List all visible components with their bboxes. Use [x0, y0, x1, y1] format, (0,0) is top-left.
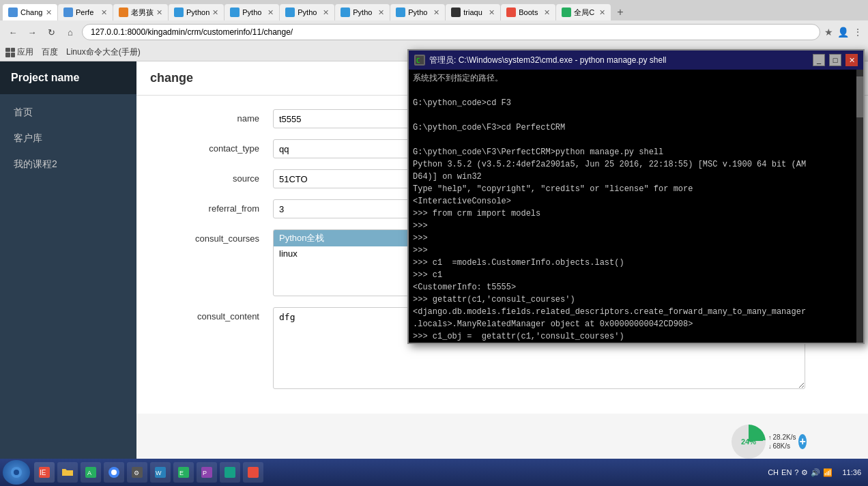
back-button[interactable]: ← [5, 25, 20, 40]
account-icon[interactable]: 👤 [837, 27, 849, 38]
tab-python2[interactable]: Pytho ✕ [225, 4, 279, 20]
network-speeds: ↑ 28.2K/s ↓ 68K/s [768, 433, 796, 450]
reload-button[interactable]: ↻ [44, 25, 59, 40]
svg-text:P: P [203, 470, 207, 476]
svg-text:C: C [416, 57, 420, 64]
tab-close-icon[interactable]: ✕ [378, 8, 384, 17]
tab-python3[interactable]: Pytho ✕ [280, 4, 334, 20]
label-consult-content: consult_content [150, 307, 273, 321]
bookmark-star-icon[interactable]: ★ [824, 27, 833, 38]
systray-icon2: 🔊 [811, 468, 820, 477]
address-input[interactable] [82, 24, 820, 40]
tab-close-icon[interactable]: ✕ [156, 8, 162, 17]
tab-python5[interactable]: Pytho ✕ [390, 4, 445, 20]
sidebar-item-label: 首页 [14, 106, 33, 117]
taskbar-icon-word[interactable]: W [150, 462, 171, 483]
tab-github[interactable]: triaqu ✕ [446, 4, 500, 20]
cmd-window-icon: C [414, 55, 425, 66]
systray-icon1: ⚙ [801, 468, 808, 477]
tab-perfe[interactable]: Perfe ✕ [58, 4, 113, 20]
sidebar-item-customers[interactable]: 客户库 [0, 126, 136, 152]
sidebar-nav: 首页 客户库 我的课程2 [0, 94, 136, 183]
tab-bootstrap[interactable]: Boots ✕ [501, 4, 555, 20]
upload-arrow-icon: ↑ [768, 434, 772, 441]
sidebar: Project name 首页 客户库 我的课程2 [0, 61, 136, 467]
tab-close-icon[interactable]: ✕ [212, 8, 218, 17]
tab-python1[interactable]: Python ✕ [169, 4, 224, 20]
tab-bar: Chang ✕ Perfe ✕ 老男孩 ✕ Python ✕ Pytho ✕ P… [0, 0, 868, 20]
page-title: change [150, 71, 193, 85]
tab-close-icon[interactable]: ✕ [599, 8, 605, 17]
svg-point-9 [111, 470, 117, 475]
systray-ch: CH [768, 468, 779, 476]
taskbar-icon-9[interactable] [220, 462, 240, 483]
cmd-scrollbar[interactable] [856, 70, 863, 343]
tab-quanju[interactable]: 全局C ✕ [556, 4, 611, 20]
tab-close-icon[interactable]: ✕ [267, 8, 274, 17]
network-plus-button[interactable]: + [798, 434, 807, 449]
label-referral: referral_from [150, 199, 273, 214]
cmd-scrollbar-thumb [856, 76, 863, 117]
new-tab-button[interactable]: + [611, 4, 666, 20]
taskbar-icon-chrome[interactable] [104, 462, 124, 483]
grid-dot [5, 53, 10, 57]
sidebar-item-home[interactable]: 首页 [0, 100, 136, 126]
taskbar-icon-5[interactable]: ⚙ [127, 462, 147, 483]
grid-dot [11, 53, 16, 57]
menu-icon[interactable]: ⋮ [853, 27, 863, 38]
taskbar-icon-10[interactable] [243, 462, 263, 483]
tab-label: 老男孩 [131, 8, 154, 18]
cmd-maximize-button[interactable]: □ [829, 54, 841, 66]
tab-close-icon[interactable]: ✕ [544, 8, 550, 17]
download-arrow-icon: ↓ [768, 443, 772, 450]
start-button[interactable] [3, 460, 30, 485]
apps-label: 应用 [17, 46, 33, 58]
upload-speed: ↑ 28.2K/s [768, 433, 796, 441]
tab-favicon [562, 8, 571, 17]
cmd-body: 系统找不到指定的路径。 G:\python_code>cd F3 G:\pyth… [409, 70, 863, 343]
tab-laonanhao[interactable]: 老男孩 ✕ [113, 4, 168, 20]
cmd-output: 系统找不到指定的路径。 G:\python_code>cd F3 G:\pyth… [413, 72, 859, 343]
cmd-minimize-button[interactable]: _ [813, 54, 825, 66]
tab-label: Pytho [298, 8, 320, 16]
systray-help[interactable]: ? [794, 468, 798, 476]
tab-label: Pytho [353, 8, 375, 16]
cmd-titlebar: C 管理员: C:\Windows\system32\cmd.exe - pyt… [409, 51, 863, 70]
sidebar-item-label: 客户库 [14, 132, 42, 143]
home-button[interactable]: ⌂ [63, 25, 78, 40]
tab-python4[interactable]: Pytho ✕ [335, 4, 390, 20]
tab-favicon [63, 8, 73, 17]
svg-rect-18 [225, 467, 235, 478]
tab-favicon [119, 8, 128, 17]
tab-chang[interactable]: Chang ✕ [3, 4, 57, 20]
tab-close-icon[interactable]: ✕ [323, 8, 329, 17]
forward-button[interactable]: → [25, 25, 40, 40]
cmd-close-button[interactable]: ✕ [845, 54, 858, 66]
tab-label: Boots [519, 8, 541, 16]
taskbar-icon-1[interactable]: IE [34, 462, 55, 483]
network-usage-circle: 24% [732, 425, 766, 459]
bookmark-linux[interactable]: Linux命令大全(手册) [66, 46, 141, 58]
tab-close-icon[interactable]: ✕ [433, 8, 439, 17]
bookmark-baidu[interactable]: 百度 [42, 46, 58, 58]
tab-label: triaqu [463, 8, 486, 16]
tab-favicon [174, 8, 184, 17]
sidebar-header: Project name [0, 61, 136, 94]
sidebar-item-courses[interactable]: 我的课程2 [0, 152, 136, 177]
svg-text:W: W [156, 470, 162, 476]
label-contact-type: contact_type [150, 139, 273, 154]
sidebar-item-label: 我的课程2 [14, 158, 57, 169]
apps-icon[interactable]: 应用 [5, 46, 33, 58]
download-speed: ↓ 68K/s [768, 442, 796, 450]
systray: CH EN ? ⚙ 🔊 📶 [764, 468, 837, 477]
taskbar-icon-excel[interactable]: E [173, 462, 194, 483]
time-display: 11:36 [842, 468, 861, 476]
taskbar-icon-8[interactable]: P [197, 462, 217, 483]
tab-close-icon[interactable]: ✕ [489, 8, 495, 17]
taskbar-icon-folder[interactable] [57, 462, 78, 483]
tab-close-icon[interactable]: ✕ [46, 8, 52, 17]
taskbar-icon-3[interactable]: A [81, 462, 101, 483]
svg-rect-19 [248, 467, 259, 478]
tab-close-icon[interactable]: ✕ [101, 8, 107, 17]
svg-point-3 [14, 470, 19, 475]
